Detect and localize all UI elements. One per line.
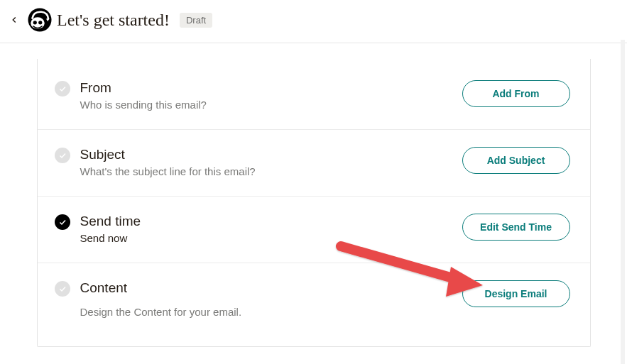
row-from-body: From Who is sending this email? [80,80,451,111]
chevron-left-icon [9,15,19,25]
back-button[interactable] [7,13,21,27]
row-send-time-sub: Send now [80,232,451,244]
check-icon [58,218,67,226]
check-icon [58,151,67,160]
row-content: Content Design the Content for your emai… [38,263,590,346]
row-subject-sub: What's the subject line for this email? [80,165,451,177]
check-icon [58,285,67,293]
row-content-sub: Design the Content for your email. [80,306,451,318]
row-subject: Subject What's the subject line for this… [38,129,590,196]
row-send-time-body: Send time Send now [80,214,451,244]
row-from-sub: Who is sending this email? [80,99,451,111]
content-scroll: From Who is sending this email? Add From… [0,43,627,364]
row-subject-body: Subject What's the subject line for this… [80,147,451,177]
scrollbar-track[interactable] [621,40,625,364]
status-incomplete-icon [55,148,70,163]
row-send-time-title: Send time [80,214,451,229]
row-send-time: Send time Send now Edit Send Time [38,196,590,263]
mailchimp-logo [27,7,53,33]
svg-point-3 [38,21,42,24]
row-from-title: From [80,80,451,96]
status-badge: Draft [180,13,212,28]
add-from-button[interactable]: Add From [462,80,570,107]
page-header: Let's get started! Draft [0,0,627,43]
status-incomplete-icon [55,81,70,96]
row-content-body: Content Design the Content for your emai… [80,280,451,318]
svg-point-2 [33,21,37,24]
design-email-button[interactable]: Design Email [462,280,570,307]
row-content-title: Content [80,280,451,296]
status-incomplete-icon [55,281,70,297]
row-from: From Who is sending this email? Add From [38,59,590,129]
row-subject-title: Subject [80,147,451,162]
status-complete-icon [55,214,70,230]
add-subject-button[interactable]: Add Subject [462,147,570,174]
builder-panel: From Who is sending this email? Add From… [37,59,591,347]
check-icon [58,84,67,93]
page-title: Let's get started! [57,11,170,30]
edit-send-time-button[interactable]: Edit Send Time [462,214,570,241]
